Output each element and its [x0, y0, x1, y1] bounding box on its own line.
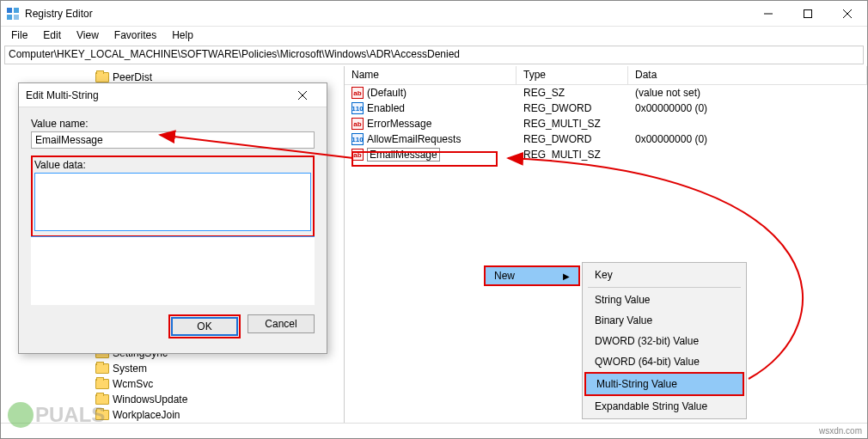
- value-type: REG_MULTI_SZ: [523, 149, 601, 161]
- reg-sz-icon: ab: [351, 149, 364, 161]
- value-name-editing[interactable]: EmailMessage: [367, 148, 440, 162]
- window-title: Registry Editor: [25, 8, 749, 20]
- reg-sz-icon: ab: [351, 118, 364, 130]
- menu-view[interactable]: View: [70, 27, 106, 43]
- col-name[interactable]: Name: [345, 66, 517, 84]
- ok-button[interactable]: OK: [171, 317, 238, 336]
- close-button[interactable]: [828, 1, 867, 27]
- value-data: (value not set): [635, 87, 700, 99]
- list-header: Name Type Data: [345, 66, 867, 85]
- edit-multistring-dialog: Edit Multi-String Value name: Value data…: [18, 82, 327, 354]
- menu-help[interactable]: Help: [165, 27, 200, 43]
- maximize-button[interactable]: [788, 1, 828, 27]
- value-row[interactable]: abErrorMessageREG_MULTI_SZ: [345, 116, 867, 131]
- context-submenu: Key String Value Binary Value DWORD (32-…: [582, 262, 747, 419]
- reg-sz-icon: ab: [351, 87, 364, 99]
- value-type: REG_DWORD: [523, 102, 591, 114]
- watermark: PUALS: [8, 402, 105, 428]
- context-new[interactable]: New ▶: [484, 265, 580, 286]
- value-name: AllowEmailRequests: [367, 133, 461, 145]
- ctx-qword[interactable]: QWORD (64-bit) Value: [584, 351, 744, 372]
- ctx-binary[interactable]: Binary Value: [584, 310, 744, 331]
- menu-edit[interactable]: Edit: [36, 27, 68, 43]
- svg-rect-5: [804, 9, 812, 17]
- tree-label: WorkplaceJoin: [113, 409, 180, 421]
- ctx-separator: [588, 287, 741, 288]
- dialog-title: Edit Multi-String: [26, 89, 285, 101]
- value-type: REG_MULTI_SZ: [523, 118, 601, 130]
- dialog-titlebar[interactable]: Edit Multi-String: [19, 83, 327, 107]
- value-name-label: Value name:: [31, 118, 315, 130]
- svg-rect-3: [14, 15, 19, 20]
- reg-dw-icon: 110: [351, 133, 364, 145]
- tree-label: PeerDist: [113, 71, 152, 83]
- statusbar: wsxdn.com: [1, 423, 867, 438]
- credit: wsxdn.com: [819, 426, 862, 436]
- watermark-logo-icon: [8, 402, 34, 428]
- value-type: REG_SZ: [523, 87, 565, 99]
- tree-label: System: [113, 363, 147, 375]
- tree-label: WindowsUpdate: [113, 393, 187, 405]
- address-bar[interactable]: Computer\HKEY_LOCAL_MACHINE\SOFTWARE\Pol…: [4, 46, 864, 64]
- menu-file[interactable]: File: [4, 27, 34, 43]
- cancel-button[interactable]: Cancel: [248, 314, 315, 333]
- ctx-string[interactable]: String Value: [584, 290, 744, 310]
- value-type: REG_DWORD: [523, 133, 591, 145]
- value-row[interactable]: 110AllowEmailRequestsREG_DWORD0x00000000…: [345, 131, 867, 147]
- folder-icon: [95, 379, 109, 389]
- reg-dw-icon: 110: [351, 102, 364, 114]
- svg-rect-2: [7, 15, 12, 20]
- watermark-text: PUALS: [35, 403, 105, 427]
- value-row[interactable]: abEmailMessageREG_MULTI_SZ: [345, 147, 867, 162]
- app-icon: [6, 7, 20, 21]
- minimize-button[interactable]: [749, 1, 788, 27]
- context-new-label: New: [494, 270, 515, 282]
- value-row[interactable]: ab(Default)REG_SZ(value not set): [345, 85, 867, 101]
- ctx-expandable[interactable]: Expandable String Value: [584, 396, 744, 417]
- menubar: File Edit View Favorites Help: [1, 27, 867, 44]
- menu-favorites[interactable]: Favorites: [107, 27, 163, 43]
- ctx-dword[interactable]: DWORD (32-bit) Value: [584, 331, 744, 351]
- submenu-arrow-icon: ▶: [563, 271, 570, 281]
- value-row[interactable]: 110EnabledREG_DWORD0x00000000 (0): [345, 101, 867, 116]
- value-name: (Default): [367, 87, 406, 99]
- tree-node[interactable]: System: [1, 361, 344, 376]
- value-name: ErrorMessage: [367, 118, 431, 130]
- svg-rect-1: [14, 8, 19, 13]
- window-titlebar: Registry Editor: [1, 1, 867, 27]
- tree-node[interactable]: WcmSvc: [1, 376, 344, 392]
- tree-label: WcmSvc: [113, 378, 153, 390]
- value-data: 0x00000000 (0): [635, 133, 707, 145]
- value-data: 0x00000000 (0): [635, 102, 707, 114]
- value-name-input[interactable]: [31, 131, 315, 149]
- folder-icon: [95, 363, 109, 374]
- ctx-multistring[interactable]: Multi-String Value: [584, 372, 744, 396]
- col-type[interactable]: Type: [517, 66, 628, 84]
- value-data-label: Value data:: [34, 159, 311, 171]
- col-data[interactable]: Data: [628, 66, 867, 84]
- ctx-key[interactable]: Key: [584, 265, 744, 285]
- folder-icon: [95, 72, 109, 82]
- dialog-close-button[interactable]: [285, 83, 320, 107]
- value-name: Enabled: [367, 102, 405, 114]
- svg-rect-0: [7, 8, 12, 13]
- value-data-input-continued[interactable]: [31, 236, 315, 305]
- value-data-input[interactable]: [34, 173, 311, 231]
